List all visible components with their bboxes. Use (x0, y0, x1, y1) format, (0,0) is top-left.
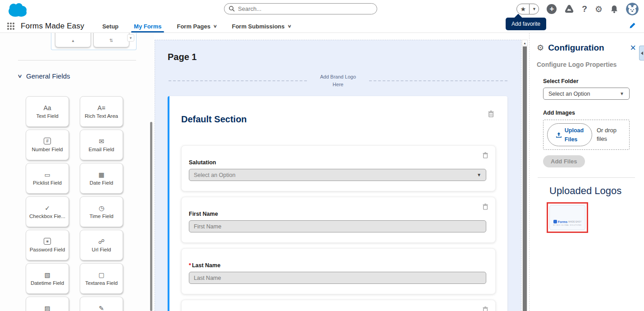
main-content: ▴ ⇅ ▾ ∨ General Fields Aa Text Field A≡ … (0, 33, 644, 311)
first-name-input[interactable] (189, 220, 486, 232)
tile-rich-text-area[interactable]: A≡ Rich Text Area (80, 96, 123, 127)
panel-expander-tab[interactable] (639, 46, 644, 60)
configuration-subtitle: Configure Logo Properties (537, 61, 636, 68)
form-canvas-column: Page 1 Add Brand Logo Here Default Secti… (154, 33, 529, 311)
favorites-dropdown-icon[interactable]: ▼ (529, 4, 539, 14)
dashed-divider (369, 80, 507, 81)
textarea-field-icon: ▢ (98, 272, 104, 278)
field-tile-grid: Aa Text Field A≡ Rich Text Area # Number… (26, 96, 154, 311)
field-trash-icon[interactable] (483, 152, 488, 160)
tile-textarea-field[interactable]: ▢ Textarea Field (80, 263, 123, 294)
global-search[interactable] (224, 3, 377, 14)
mini-logo-subtext: BY MJC GLOBAL SOLUTIONS (553, 224, 582, 226)
tab-form-submissions[interactable]: Form Submissions ∨ (232, 20, 291, 32)
image-dropzone[interactable]: Upload Files Or drop files (543, 120, 630, 150)
tile-checkbox-field[interactable]: ✓ Checkbox Fie... (26, 196, 69, 227)
page-title: Page 1 (168, 52, 521, 62)
add-favorite-tooltip: Add favorite (506, 18, 546, 30)
toolbar-caret-icon[interactable]: ▾ (127, 34, 134, 42)
select-caret-icon: ▼ (477, 172, 481, 177)
checkbox-field-icon: ✓ (45, 205, 50, 211)
sidebar-toolbar-cutoff: ▴ ⇅ ▾ (51, 33, 137, 50)
brand-logo-dropzone[interactable]: Add Brand Logo Here (169, 73, 507, 88)
favorite-star-icon[interactable]: ★ (517, 4, 529, 14)
form-canvas: Page 1 Add Brand Logo Here Default Secti… (155, 40, 521, 311)
header-actions: ★ ▼ + ? ⚙ (516, 3, 639, 15)
tile-email-field[interactable]: ✉ Email Field (80, 130, 123, 160)
trailhead-help-icon[interactable] (564, 4, 574, 14)
tile-date-field[interactable]: ▦ Date Field (80, 163, 123, 194)
select-caret-icon: ▼ (620, 91, 624, 96)
field-trash-icon[interactable] (483, 204, 488, 212)
tile-datetime-field[interactable]: ▧ Datetime Field (26, 263, 69, 294)
tile-url-field[interactable]: ☍ Url Field (80, 230, 123, 260)
upload-files-label: Upload Files (565, 126, 584, 144)
toolbar-tile[interactable]: ▴ (55, 33, 91, 47)
tile-text-field[interactable]: Aa Text Field (26, 96, 69, 127)
default-section-card[interactable]: Default Section (168, 96, 507, 311)
canvas-scrollbar[interactable]: ▲ (522, 40, 528, 311)
chevron-down-icon: ∨ (17, 73, 23, 79)
chevron-left-icon (641, 51, 643, 55)
section-trash-icon[interactable] (488, 111, 494, 119)
upload-files-button[interactable]: Upload Files (547, 123, 592, 146)
configuration-panel: ⚙ Configuration × Configure Logo Propert… (529, 33, 644, 311)
search-input[interactable] (238, 5, 372, 12)
tile-image-field[interactable]: ▨ Image Field (26, 297, 69, 311)
close-icon[interactable]: × (630, 44, 636, 52)
add-images-label: Add Images (543, 110, 636, 116)
add-files-button[interactable]: Add Files (543, 155, 585, 167)
number-field-icon: # (44, 138, 51, 144)
app-nav-bar: Forms Made Easy Setup My Forms Form Page… (0, 20, 644, 33)
chevron-down-icon: ∨ (287, 24, 291, 28)
app-title: Forms Made Easy (21, 22, 84, 31)
notifications-bell-icon[interactable] (610, 5, 618, 14)
last-name-input[interactable] (189, 272, 486, 284)
salutation-select[interactable]: Select an Option ▼ (189, 169, 486, 181)
time-field-icon: ◷ (99, 205, 104, 211)
nav-tabs: Setup My Forms Form Pages ∨ Form Submiss… (102, 20, 291, 32)
section-title: Default Section (181, 114, 496, 125)
field-card-salutation[interactable]: Salutation Select an Option ▼ (181, 145, 496, 191)
field-card-first-name[interactable]: First Name (181, 197, 496, 243)
user-avatar[interactable] (626, 3, 639, 15)
datetime-field-icon: ▧ (44, 272, 50, 278)
tab-setup[interactable]: Setup (102, 20, 119, 32)
date-field-icon: ▦ (98, 172, 104, 178)
field-label: *Last Name (189, 262, 486, 269)
help-icon[interactable]: ? (582, 4, 587, 14)
toolbar-tile[interactable]: ⇅ (93, 33, 129, 47)
scroll-up-icon[interactable]: ▲ (522, 40, 528, 46)
tile-password-field[interactable]: ∗ Password Field (26, 230, 69, 260)
tile-signature-field[interactable]: ✎ Signature (80, 297, 123, 311)
tile-number-field[interactable]: # Number Field (26, 130, 69, 160)
sidebar-scrollbar[interactable] (150, 122, 152, 311)
fields-sidebar: ▴ ⇅ ▾ ∨ General Fields Aa Text Field A≡ … (0, 33, 154, 311)
tile-picklist-field[interactable]: ▭ Picklist Field (26, 163, 69, 194)
field-card-email[interactable]: Email (181, 300, 496, 311)
brand-logo-dropzone-label: Add Brand Logo Here (313, 73, 363, 88)
folder-select[interactable]: Select an Option ▼ (543, 88, 630, 100)
general-fields-header[interactable]: ∨ General Fields (18, 72, 154, 80)
global-actions-icon[interactable]: + (547, 4, 557, 14)
canvas-scrollbar-thumb[interactable] (523, 46, 527, 311)
selected-logo-highlight: Forms MADE EASY BY MJC GLOBAL SOLUTIONS (547, 202, 588, 233)
app-launcher-icon[interactable] (7, 23, 14, 30)
field-trash-icon[interactable] (483, 306, 488, 311)
image-field-icon: ▨ (44, 305, 50, 311)
setup-gear-icon[interactable]: ⚙ (595, 4, 603, 14)
salesforce-logo (6, 2, 30, 20)
signature-field-icon: ✎ (99, 305, 104, 311)
field-card-last-name[interactable]: *Last Name (181, 248, 496, 294)
picklist-field-icon: ▭ (44, 172, 50, 178)
tab-form-pages[interactable]: Form Pages ∨ (177, 20, 216, 32)
edit-pencil-icon[interactable] (629, 22, 636, 31)
tab-my-forms[interactable]: My Forms (134, 20, 161, 32)
uploaded-logo-thumbnail[interactable]: Forms MADE EASY BY MJC GLOBAL SOLUTIONS (549, 205, 585, 230)
general-fields-title: General Fields (26, 72, 70, 80)
favorites-control: ★ ▼ (516, 4, 539, 14)
tile-time-field[interactable]: ◷ Time Field (80, 196, 123, 227)
search-icon (229, 6, 235, 12)
rich-text-icon: A≡ (97, 105, 105, 111)
configuration-title: Configuration (548, 43, 626, 53)
